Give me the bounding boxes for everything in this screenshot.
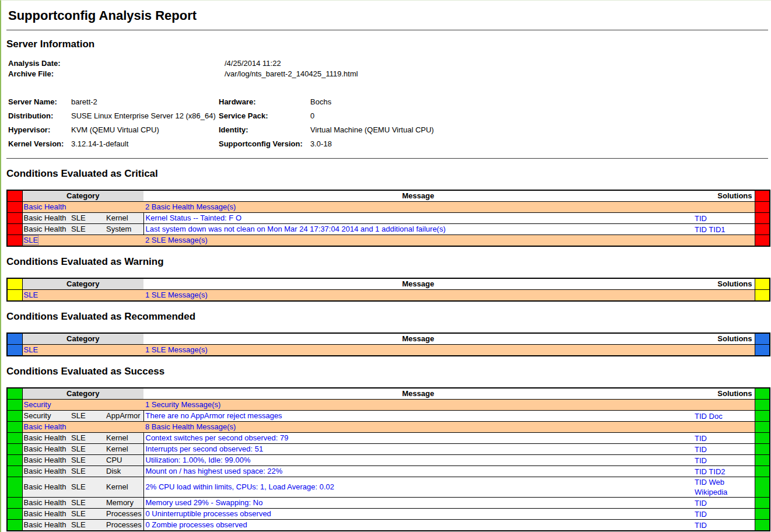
severity-edge-cell xyxy=(7,520,22,531)
table-header-row: CategoryMessageSolutions xyxy=(7,190,770,202)
solution-link-tid[interactable]: TID xyxy=(695,434,707,443)
solution-link-web[interactable]: Web xyxy=(709,478,725,487)
message-link[interactable]: Context switches per second observed: 79 xyxy=(146,433,289,442)
category-group-link[interactable]: SLE xyxy=(24,345,38,354)
severity-edge-cell xyxy=(7,498,22,509)
subcategory-cell: Memory xyxy=(105,498,143,509)
category-header: Category xyxy=(22,333,143,345)
message-link[interactable]: Memory used 29% - Swapping: No xyxy=(146,498,263,507)
table-header-row: CategoryMessageSolutions xyxy=(7,333,770,345)
server-info-divider xyxy=(6,158,768,159)
solution-link-tid[interactable]: TID xyxy=(695,478,707,487)
solution-link-tid[interactable]: TID xyxy=(695,456,707,465)
subcategory-cell: CPU xyxy=(105,455,143,466)
category-cell: Basic Health xyxy=(22,444,70,455)
category-group-row: SLE1 SLE Message(s) xyxy=(7,290,770,302)
solution-link-tid[interactable]: TID xyxy=(695,445,707,454)
severity-edge-cell xyxy=(7,466,22,477)
severity-edge-cell xyxy=(7,278,22,290)
solutions-cell: TID TID2 xyxy=(693,466,755,477)
solution-link-wikipedia[interactable]: Wikipedia xyxy=(695,488,727,496)
message-count-link[interactable]: 8 Basic Health Message(s) xyxy=(145,422,236,431)
server-info-grid: Server Name: barett-2 Hardware: Bochs Di… xyxy=(8,95,768,151)
conditions-table-recommended: CategoryMessageSolutionsSLE1 SLE Message… xyxy=(6,332,770,356)
subcategory-cell: Kernel xyxy=(105,433,143,444)
severity-edge-cell xyxy=(755,190,770,202)
severity-edge-cell xyxy=(755,388,770,400)
message-cell: 0 Zombie processes observed xyxy=(143,520,693,531)
message-cell: 1 SLE Message(s) xyxy=(143,290,693,302)
category-cell: Basic Health xyxy=(22,422,143,433)
message-count-link[interactable]: 2 SLE Message(s) xyxy=(145,236,208,244)
category-group-link[interactable]: Security xyxy=(24,400,51,409)
message-link[interactable]: There are no AppArmor reject messages xyxy=(146,411,282,420)
message-link[interactable]: 2% CPU load within limits, CPUs: 1, Load… xyxy=(146,482,334,491)
severity-edge-cell xyxy=(7,422,22,433)
message-count-link[interactable]: 1 Security Message(s) xyxy=(145,400,220,409)
condition-row: Basic HealthSLEKernelInterrupts per seco… xyxy=(7,444,770,455)
message-link[interactable]: 0 Zombie processes observed xyxy=(146,520,247,529)
category-cell: Basic Health xyxy=(22,202,143,213)
solutions-cell: TID Web Wikipedia xyxy=(693,477,755,498)
conditions-sections: Conditions Evaluated as CriticalCategory… xyxy=(6,168,768,531)
solution-link-tid[interactable]: TID xyxy=(695,499,707,508)
category-cell: Basic Health xyxy=(22,224,70,235)
message-link[interactable]: Last system down was not clean on Mon Ma… xyxy=(146,225,446,233)
subcategory-cell: Kernel xyxy=(105,444,143,455)
solution-link-doc[interactable]: Doc xyxy=(709,412,723,421)
server-info-top: Analysis Date: /4/25/2014 11:22 Archive … xyxy=(8,58,768,79)
solution-link-tid1[interactable]: TID1 xyxy=(709,225,725,234)
severity-edge-cell xyxy=(7,411,22,422)
message-link[interactable]: Interrupts per second observed: 51 xyxy=(146,444,264,453)
category-group-link[interactable]: Basic Health xyxy=(24,202,66,211)
message-cell: Kernel Status -- Tainted: F O xyxy=(143,213,693,224)
category-cell: Basic Health xyxy=(22,520,70,531)
solution-link-tid[interactable]: TID xyxy=(695,412,707,421)
condition-row: Basic HealthSLESystemLast system down wa… xyxy=(7,224,770,235)
message-link[interactable]: Kernel Status -- Tainted: F O xyxy=(146,214,242,222)
subcategory-cell: Kernel xyxy=(105,477,143,498)
severity-edge-cell xyxy=(7,477,22,498)
category-group-link[interactable]: Basic Health xyxy=(24,422,66,431)
info-value-hardware: Bochs xyxy=(310,95,768,109)
subcategory-cell: Disk xyxy=(105,466,143,477)
message-count-link[interactable]: 1 SLE Message(s) xyxy=(145,290,208,299)
category-cell: Basic Health xyxy=(22,477,70,498)
solutions-cell: TID xyxy=(693,455,755,466)
category-group-cell: SLE xyxy=(70,466,105,477)
solution-link-tid[interactable]: TID xyxy=(695,467,707,476)
category-group-link[interactable]: SLE xyxy=(24,290,38,299)
solutions-cell: TID xyxy=(693,433,755,444)
title-divider xyxy=(6,30,768,30)
message-count-link[interactable]: 1 SLE Message(s) xyxy=(145,345,208,354)
solution-link-tid2[interactable]: TID2 xyxy=(709,467,725,476)
message-link[interactable]: Utilization: 1.00%, Idle: 99.00% xyxy=(146,456,251,464)
category-group-cell: SLE xyxy=(70,411,105,422)
solution-link-tid[interactable]: TID xyxy=(695,521,707,530)
message-cell: Interrupts per second observed: 51 xyxy=(143,444,693,455)
solution-link-tid[interactable]: TID xyxy=(695,225,707,234)
solutions-cell xyxy=(693,290,755,302)
subcategory-cell: System xyxy=(105,224,143,235)
report-page: Supportconfig Analysis Report Server Inf… xyxy=(1,8,771,531)
solutions-header: Solutions xyxy=(693,388,755,400)
info-value-supportconfig-version: 3.0-18 xyxy=(310,137,768,151)
condition-row: Basic HealthSLEMemoryMemory used 29% - S… xyxy=(7,498,770,509)
severity-edge-cell xyxy=(755,345,770,356)
condition-row: Basic HealthSLEKernelContext switches pe… xyxy=(7,433,770,444)
solution-link-tid[interactable]: TID xyxy=(695,214,707,223)
severity-edge-cell xyxy=(755,411,770,422)
solutions-cell: TID xyxy=(693,213,755,224)
message-count-link[interactable]: 2 Basic Health Message(s) xyxy=(145,202,236,211)
severity-edge-cell xyxy=(7,235,22,247)
solution-link-tid[interactable]: TID xyxy=(695,510,707,519)
message-link[interactable]: 0 Uninterruptible processes observed xyxy=(146,509,271,518)
message-link[interactable]: Mount on / has highest used space: 22% xyxy=(146,467,283,475)
info-grid-row: Hypervisor: KVM (QEMU Virtual CPU) Ident… xyxy=(8,123,768,137)
section-heading-critical: Conditions Evaluated as Critical xyxy=(6,168,768,180)
severity-edge-cell xyxy=(755,433,770,444)
category-group-link[interactable]: SLE xyxy=(24,236,38,244)
severity-edge-cell xyxy=(7,224,22,235)
info-value-service-pack: 0 xyxy=(310,109,768,123)
solutions-cell xyxy=(693,345,755,356)
